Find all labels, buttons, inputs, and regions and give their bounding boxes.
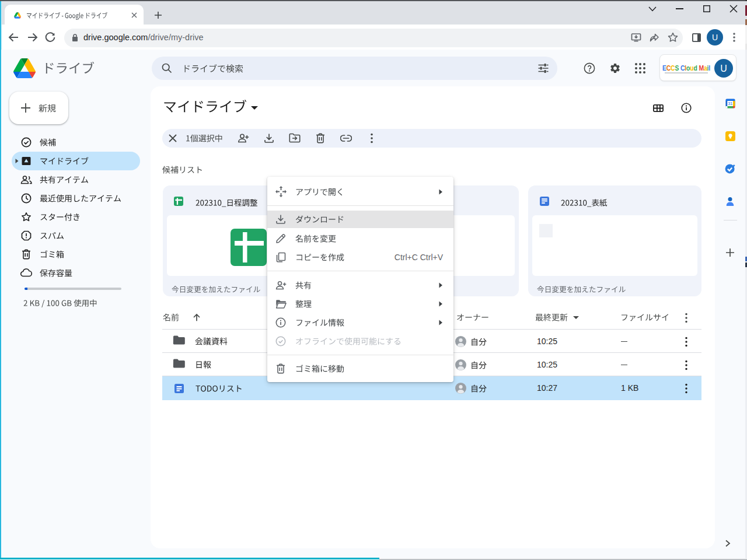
svg-text:31: 31 bbox=[728, 101, 732, 106]
